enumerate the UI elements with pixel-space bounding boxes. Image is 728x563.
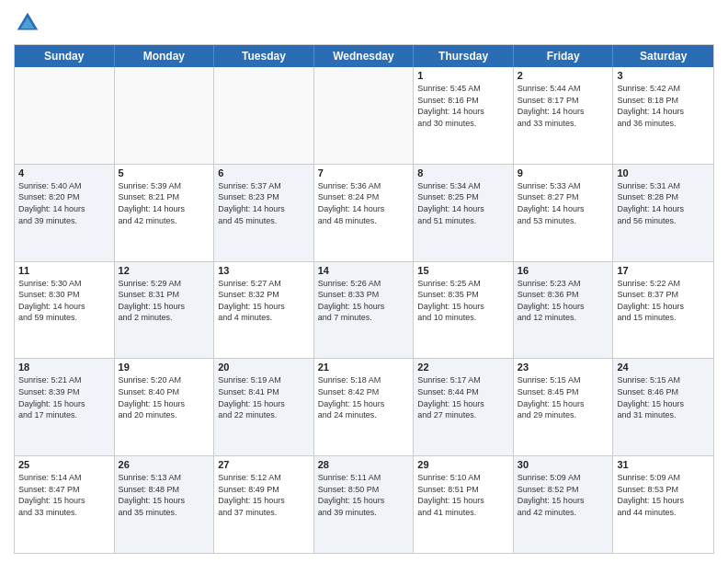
calendar-cell: 29Sunrise: 5:10 AM Sunset: 8:51 PM Dayli… [414,456,514,553]
cell-info: Sunrise: 5:27 AM Sunset: 8:32 PM Dayligh… [218,278,310,324]
calendar-row: 11Sunrise: 5:30 AM Sunset: 8:30 PM Dayli… [15,262,713,360]
header [14,9,714,37]
cell-info: Sunrise: 5:13 AM Sunset: 8:48 PM Dayligh… [119,472,210,518]
calendar-cell: 14Sunrise: 5:26 AM Sunset: 8:33 PM Dayli… [314,262,415,359]
day-number: 15 [417,265,509,276]
calendar-cell: 16Sunrise: 5:23 AM Sunset: 8:36 PM Dayli… [514,262,614,359]
day-number: 24 [617,362,710,373]
calendar-cell: 25Sunrise: 5:14 AM Sunset: 8:47 PM Dayli… [15,456,115,553]
cell-info: Sunrise: 5:31 AM Sunset: 8:28 PM Dayligh… [617,180,710,226]
cell-info: Sunrise: 5:39 AM Sunset: 8:21 PM Dayligh… [119,180,210,226]
cell-info: Sunrise: 5:40 AM Sunset: 8:20 PM Dayligh… [18,180,110,226]
calendar-cell: 2Sunrise: 5:44 AM Sunset: 8:17 PM Daylig… [514,67,614,164]
calendar-header: SundayMondayTuesdayWednesdayThursdayFrid… [15,45,713,67]
calendar-cell: 28Sunrise: 5:11 AM Sunset: 8:50 PM Dayli… [314,456,415,553]
cell-info: Sunrise: 5:36 AM Sunset: 8:24 PM Dayligh… [318,180,410,226]
calendar-cell: 27Sunrise: 5:12 AM Sunset: 8:49 PM Dayli… [214,456,314,553]
day-number: 10 [617,167,710,178]
cell-info: Sunrise: 5:20 AM Sunset: 8:40 PM Dayligh… [119,374,210,420]
calendar-cell: 5Sunrise: 5:39 AM Sunset: 8:21 PM Daylig… [115,165,215,261]
day-number: 16 [518,265,609,276]
weekday-header: Sunday [15,45,115,67]
calendar-cell: 20Sunrise: 5:19 AM Sunset: 8:41 PM Dayli… [214,359,314,455]
weekday-header: Wednesday [314,45,415,67]
day-number: 19 [119,362,210,373]
calendar-cell: 15Sunrise: 5:25 AM Sunset: 8:35 PM Dayli… [414,262,514,359]
day-number: 27 [218,459,310,470]
day-number: 7 [318,167,410,178]
cell-info: Sunrise: 5:37 AM Sunset: 8:23 PM Dayligh… [218,180,310,226]
calendar-cell: 4Sunrise: 5:40 AM Sunset: 8:20 PM Daylig… [15,165,115,261]
cell-info: Sunrise: 5:21 AM Sunset: 8:39 PM Dayligh… [18,374,110,420]
calendar-cell: 18Sunrise: 5:21 AM Sunset: 8:39 PM Dayli… [15,359,115,455]
day-number: 6 [218,167,310,178]
weekday-header: Friday [514,45,614,67]
day-number: 26 [119,459,210,470]
calendar-row: 25Sunrise: 5:14 AM Sunset: 8:47 PM Dayli… [15,456,713,553]
weekday-header: Tuesday [214,45,314,67]
day-number: 20 [218,362,310,373]
calendar-row: 1Sunrise: 5:45 AM Sunset: 8:16 PM Daylig… [15,67,713,165]
cell-info: Sunrise: 5:26 AM Sunset: 8:33 PM Dayligh… [318,278,410,324]
cell-info: Sunrise: 5:23 AM Sunset: 8:36 PM Dayligh… [518,278,609,324]
calendar-cell: 26Sunrise: 5:13 AM Sunset: 8:48 PM Dayli… [115,456,215,553]
day-number: 12 [119,265,210,276]
calendar-cell: 11Sunrise: 5:30 AM Sunset: 8:30 PM Dayli… [15,262,115,359]
calendar-cell: 10Sunrise: 5:31 AM Sunset: 8:28 PM Dayli… [613,165,713,261]
day-number: 4 [18,167,110,178]
day-number: 21 [318,362,410,373]
calendar-cell [115,67,215,164]
day-number: 5 [119,167,210,178]
calendar-body: 1Sunrise: 5:45 AM Sunset: 8:16 PM Daylig… [15,67,713,553]
weekday-header: Monday [115,45,215,67]
calendar-cell: 30Sunrise: 5:09 AM Sunset: 8:52 PM Dayli… [514,456,614,553]
weekday-header: Saturday [613,45,713,67]
day-number: 22 [417,362,509,373]
day-number: 28 [318,459,410,470]
cell-info: Sunrise: 5:22 AM Sunset: 8:37 PM Dayligh… [617,278,710,324]
cell-info: Sunrise: 5:11 AM Sunset: 8:50 PM Dayligh… [318,472,410,518]
calendar-cell: 9Sunrise: 5:33 AM Sunset: 8:27 PM Daylig… [514,165,614,261]
calendar-cell: 7Sunrise: 5:36 AM Sunset: 8:24 PM Daylig… [314,165,415,261]
cell-info: Sunrise: 5:30 AM Sunset: 8:30 PM Dayligh… [18,278,110,324]
calendar-cell: 12Sunrise: 5:29 AM Sunset: 8:31 PM Dayli… [115,262,215,359]
day-number: 11 [18,265,110,276]
day-number: 8 [417,167,509,178]
logo-icon [14,9,41,37]
cell-info: Sunrise: 5:17 AM Sunset: 8:44 PM Dayligh… [417,374,509,420]
cell-info: Sunrise: 5:19 AM Sunset: 8:41 PM Dayligh… [218,374,310,420]
cell-info: Sunrise: 5:09 AM Sunset: 8:52 PM Dayligh… [518,472,609,518]
cell-info: Sunrise: 5:25 AM Sunset: 8:35 PM Dayligh… [417,278,509,324]
day-number: 23 [518,362,609,373]
cell-info: Sunrise: 5:14 AM Sunset: 8:47 PM Dayligh… [18,472,110,518]
cell-info: Sunrise: 5:45 AM Sunset: 8:16 PM Dayligh… [417,83,509,129]
calendar-cell: 1Sunrise: 5:45 AM Sunset: 8:16 PM Daylig… [414,67,514,164]
cell-info: Sunrise: 5:33 AM Sunset: 8:27 PM Dayligh… [518,180,609,226]
day-number: 14 [318,265,410,276]
calendar-cell: 24Sunrise: 5:15 AM Sunset: 8:46 PM Dayli… [613,359,713,455]
cell-info: Sunrise: 5:18 AM Sunset: 8:42 PM Dayligh… [318,374,410,420]
calendar-cell: 21Sunrise: 5:18 AM Sunset: 8:42 PM Dayli… [314,359,415,455]
calendar-row: 18Sunrise: 5:21 AM Sunset: 8:39 PM Dayli… [15,359,713,456]
weekday-header: Thursday [414,45,514,67]
calendar-cell [15,67,115,164]
calendar-cell: 13Sunrise: 5:27 AM Sunset: 8:32 PM Dayli… [214,262,314,359]
calendar-cell: 3Sunrise: 5:42 AM Sunset: 8:18 PM Daylig… [613,67,713,164]
cell-info: Sunrise: 5:12 AM Sunset: 8:49 PM Dayligh… [218,472,310,518]
calendar-cell: 8Sunrise: 5:34 AM Sunset: 8:25 PM Daylig… [414,165,514,261]
day-number: 1 [417,70,509,81]
calendar-cell: 22Sunrise: 5:17 AM Sunset: 8:44 PM Dayli… [414,359,514,455]
day-number: 31 [617,459,710,470]
cell-info: Sunrise: 5:10 AM Sunset: 8:51 PM Dayligh… [417,472,509,518]
calendar-cell: 31Sunrise: 5:09 AM Sunset: 8:53 PM Dayli… [613,456,713,553]
calendar-row: 4Sunrise: 5:40 AM Sunset: 8:20 PM Daylig… [15,165,713,262]
calendar-cell: 17Sunrise: 5:22 AM Sunset: 8:37 PM Dayli… [613,262,713,359]
cell-info: Sunrise: 5:29 AM Sunset: 8:31 PM Dayligh… [119,278,210,324]
cell-info: Sunrise: 5:34 AM Sunset: 8:25 PM Dayligh… [417,180,509,226]
calendar-cell: 6Sunrise: 5:37 AM Sunset: 8:23 PM Daylig… [214,165,314,261]
cell-info: Sunrise: 5:15 AM Sunset: 8:46 PM Dayligh… [617,374,710,420]
day-number: 13 [218,265,310,276]
page: SundayMondayTuesdayWednesdayThursdayFrid… [0,0,728,563]
day-number: 30 [518,459,609,470]
day-number: 9 [518,167,609,178]
